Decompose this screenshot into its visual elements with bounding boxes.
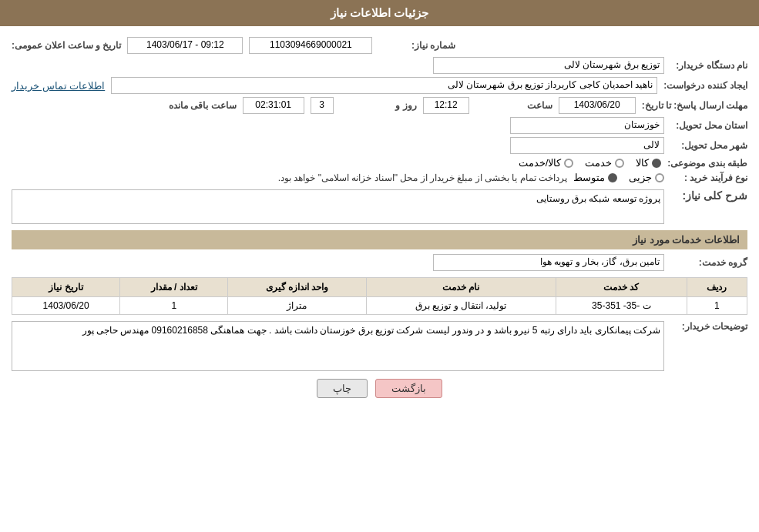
category-option-khedmat[interactable]: خدمت: [585, 157, 624, 169]
cell-service-code: ت -35- 351-35: [556, 297, 687, 315]
cell-date: 1403/06/20: [12, 297, 120, 315]
page-title: جزئیات اطلاعات نیاز: [331, 6, 428, 19]
cell-count: 1: [120, 297, 228, 315]
table-row: 1 ت -35- 351-35 تولید، انتقال و توزیع بر…: [12, 297, 747, 315]
buyer-station-label: نام دستگاه خریدار:: [670, 60, 747, 71]
announcement-date-label: تاریخ و ساعت اعلان عمومی:: [12, 40, 121, 51]
creator-value: ناهید احمدیان کاجی کاربرداز توزیع برق شه…: [111, 77, 657, 94]
deadline-remaining: 02:31:01: [243, 97, 304, 114]
creator-contact-link[interactable]: اطلاعات تماس خریدار: [12, 80, 105, 92]
deadline-label: مهلت ارسال پاسخ: تا تاریخ:: [642, 100, 747, 111]
back-button[interactable]: بازگشت: [375, 379, 442, 398]
category-label: طبقه بندی موضوعی:: [667, 158, 747, 169]
services-table: ردیف کد خدمت نام خدمت واحد اندازه گیری ت…: [12, 277, 747, 315]
purchase-type-label: نوع فرآیند خرید :: [670, 172, 747, 183]
category-options: کالا خدمت کالا/خدمت: [519, 157, 662, 169]
radio-jozyi-label: جزیی: [629, 172, 652, 183]
radio-motavasset-label: متوسط: [573, 172, 605, 183]
radio-kala-khedmat-icon: [564, 159, 573, 168]
col-service-name: نام خدمت: [366, 278, 556, 297]
radio-khedmat-label: خدمت: [585, 157, 612, 169]
deadline-days: 3: [311, 97, 334, 114]
cell-unit: متراژ: [228, 297, 366, 315]
action-buttons: بازگشت چاپ: [12, 379, 747, 398]
radio-kala-icon: [652, 159, 661, 168]
buyer-station-value: توزیع برق شهرستان لالی: [433, 57, 664, 74]
services-section-header: اطلاعات خدمات مورد نیاز: [12, 230, 747, 249]
service-group-label: گروه خدمت:: [670, 257, 747, 268]
deadline-remaining-label: ساعت باقی مانده: [160, 100, 237, 111]
need-description-value: پروژه توسعه شبکه برق روستایی: [12, 189, 664, 224]
need-description-label: شرح کلی نیاز:: [670, 189, 747, 202]
radio-motavasset-icon: [608, 173, 617, 182]
radio-kala-label: کالا: [636, 157, 649, 169]
province-label: استان محل تحویل:: [670, 120, 747, 131]
announcement-date-value: 1403/06/17 - 09:12: [127, 37, 243, 54]
deadline-days-label: روز و: [340, 100, 417, 111]
deadline-time: 12:12: [423, 97, 469, 114]
city-label: شهر محل تحویل:: [670, 140, 747, 151]
col-count: تعداد / مقدار: [120, 278, 228, 297]
deadline-date: 1403/06/20: [559, 97, 636, 114]
service-group-value: تامین برق، گاز، بخار و تهویه هوا: [433, 254, 664, 271]
purchase-type-options: جزیی متوسط: [573, 172, 664, 183]
radio-khedmat-icon: [615, 159, 624, 168]
col-unit: واحد اندازه گیری: [228, 278, 366, 297]
city-value: لالی: [510, 137, 664, 154]
province-value: خوزستان: [510, 117, 664, 134]
category-option-kala-khedmat[interactable]: کالا/خدمت: [519, 157, 574, 169]
purchase-type-jozyi[interactable]: جزیی: [629, 172, 664, 183]
creator-label: ایجاد کننده درخواست:: [663, 80, 747, 91]
cell-row-num: 1: [687, 297, 747, 315]
need-number-value: 1103094669000021: [249, 37, 372, 54]
purchase-type-note: پرداخت تمام یا بخشی از مبلغ خریدار از مح…: [278, 172, 567, 183]
radio-kala-khedmat-label: کالا/خدمت: [519, 157, 562, 169]
buyer-notes-value: شرکت پیمانکاری باید دارای رتبه 5 نیرو با…: [12, 321, 664, 371]
col-service-code: کد خدمت: [556, 278, 687, 297]
purchase-type-motavasset[interactable]: متوسط: [573, 172, 617, 183]
deadline-time-label: ساعت: [475, 100, 552, 111]
buyer-notes-label: توضیحات خریدار:: [670, 321, 747, 332]
category-option-kala[interactable]: کالا: [636, 157, 661, 169]
radio-jozyi-icon: [655, 173, 664, 182]
col-row-num: ردیف: [687, 278, 747, 297]
print-button[interactable]: چاپ: [317, 379, 368, 398]
page-header: جزئیات اطلاعات نیاز: [0, 0, 759, 26]
cell-service-name: تولید، انتقال و توزیع برق: [366, 297, 556, 315]
need-number-label: شماره نیاز:: [378, 40, 455, 51]
col-date: تاریخ نیاز: [12, 278, 120, 297]
